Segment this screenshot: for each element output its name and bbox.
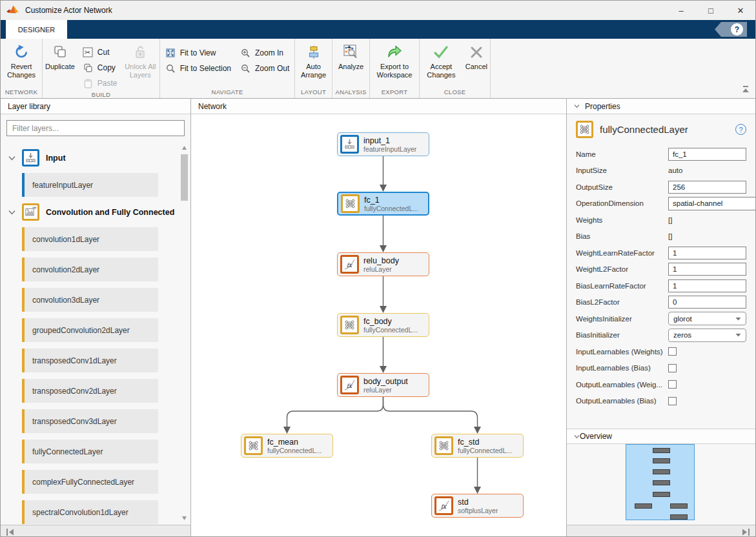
- library-item-transposedconv2dlayer[interactable]: transposedConv2dLayer: [22, 379, 158, 403]
- collapse-left-panel-button[interactable]: [6, 527, 15, 537]
- zoom-in-button[interactable]: Zoom In: [240, 45, 289, 61]
- export-to-workspace-button[interactable]: Export to Workspace: [370, 42, 419, 88]
- biaslearnratefactor-input[interactable]: [668, 279, 746, 292]
- copy-button[interactable]: Copy: [83, 60, 117, 76]
- properties-header[interactable]: Properties: [567, 99, 755, 114]
- maximize-button[interactable]: □: [696, 1, 726, 20]
- overview-minimap-viewport[interactable]: [626, 444, 695, 520]
- close-button[interactable]: ✕: [726, 1, 755, 20]
- inputlearnables-bias-checkbox[interactable]: [668, 364, 677, 372]
- zoom-in-icon: [240, 48, 251, 59]
- layer-node-fc-std[interactable]: fc_stdfullyConnectedL...: [431, 434, 524, 458]
- network-canvas[interactable]: input_1featureInputLayerfc_1fullyConnect…: [191, 114, 566, 537]
- property-label: WeightLearnRateFactor: [576, 249, 668, 257]
- accept-changes-button[interactable]: Accept Changes: [420, 42, 463, 88]
- duplicate-button[interactable]: Duplicate: [43, 42, 77, 91]
- layer-node-input-1[interactable]: input_1featureInputLayer: [337, 132, 429, 156]
- library-item-convolution3dlayer[interactable]: convolution3dLayer: [22, 288, 158, 312]
- analyze-button[interactable]: Analyze: [336, 42, 366, 88]
- auto-arrange-button[interactable]: Auto Arrange: [295, 42, 332, 88]
- outputlearnables-bias-checkbox[interactable]: [668, 397, 677, 405]
- library-item-convolution2dlayer[interactable]: convolution2dLayer: [22, 258, 158, 281]
- group-label-analysis: ANALYSIS: [332, 88, 369, 98]
- paste-label: Paste: [97, 79, 117, 88]
- tab-designer[interactable]: DESIGNER: [6, 20, 67, 39]
- minimize-button[interactable]: –: [666, 1, 696, 20]
- svg-text:fx: fx: [347, 383, 352, 389]
- library-item-spectralconvolution1dlayer[interactable]: spectralConvolution1dLayer: [22, 500, 158, 524]
- paste-button[interactable]: Paste: [83, 76, 117, 91]
- filter-layers-input[interactable]: [6, 120, 185, 136]
- zoom-out-icon: [240, 63, 251, 74]
- outputlearnables-weig-checkbox[interactable]: [668, 380, 677, 389]
- group-label-navigate: NAVIGATE: [160, 88, 294, 98]
- weightsinitializer-select[interactable]: glorot: [668, 312, 746, 325]
- overview-node-marker: [670, 514, 688, 520]
- operationdimension-input[interactable]: [668, 197, 755, 210]
- fully-connected-icon: [341, 194, 360, 213]
- property-row-operationdimension: OperationDimension: [576, 196, 746, 212]
- library-scrollbar[interactable]: [180, 144, 189, 522]
- zoom-out-button[interactable]: Zoom Out: [240, 61, 289, 76]
- chevron-down-icon: [8, 210, 17, 215]
- property-row-biasinitializer: BiasInitializerzeros: [576, 327, 746, 344]
- layer-group-input[interactable]: Input: [8, 149, 190, 167]
- weightl2factor-input[interactable]: [668, 263, 746, 276]
- layer-node-body-output[interactable]: fxbody_outputreluLayer: [337, 373, 429, 397]
- layer-node-fc-body[interactable]: fc_bodyfullyConnectedL...: [337, 313, 429, 337]
- layer-help-button[interactable]: ?: [735, 124, 746, 135]
- overview-node-marker: [653, 448, 670, 453]
- library-item-fullyconnectedlayer[interactable]: fullyConnectedLayer: [22, 440, 158, 463]
- scrollbar-thumb[interactable]: [181, 154, 188, 201]
- selected-option: glorot: [673, 315, 735, 323]
- biasinitializer-select[interactable]: zeros: [668, 329, 746, 342]
- layer-group-convolution-and-fully-connected[interactable]: Convolution and Fully Connected: [8, 203, 190, 221]
- property-label: Name: [576, 150, 668, 158]
- library-item-convolution1dlayer[interactable]: convolution1dLayer: [22, 227, 158, 251]
- collapse-ribbon-button[interactable]: [741, 85, 750, 96]
- layer-node-std[interactable]: fxstdsoftplusLayer: [431, 494, 524, 518]
- help-icon: ?: [731, 23, 743, 35]
- scroll-down-icon[interactable]: [180, 514, 189, 522]
- overview-node-marker: [653, 469, 670, 474]
- library-item-transposedconv1dlayer[interactable]: transposedConv1dLayer: [22, 349, 158, 372]
- library-bottom-strip: [1, 525, 190, 537]
- help-button[interactable]: ?: [715, 22, 747, 37]
- node-type: fullyConnectedL...: [363, 326, 418, 334]
- name-input[interactable]: [668, 148, 746, 161]
- main-area: Layer library InputfeatureInputLayerConv…: [1, 99, 755, 537]
- layer-node-fc-1[interactable]: fc_1fullyConnectedL...: [337, 192, 429, 216]
- zoom-out-label: Zoom Out: [255, 64, 289, 73]
- library-item-transposedconv3dlayer[interactable]: transposedConv3dLayer: [22, 409, 158, 433]
- layer-node-fc-mean[interactable]: fc_meanfullyConnectedL...: [241, 434, 333, 458]
- fit-to-selection-button[interactable]: Fit to Selection: [165, 61, 231, 76]
- unlock-all-layers-button[interactable]: Unlock All Layers: [121, 42, 159, 91]
- library-item-groupedconvolution2dlayer[interactable]: groupedConvolution2dLayer: [22, 318, 158, 342]
- library-item-featureinputlayer[interactable]: featureInputLayer: [22, 173, 158, 197]
- properties-body: fullyConnectedLayer ? NameInputSizeautoO…: [567, 114, 755, 429]
- cut-button[interactable]: ✂ Cut: [83, 45, 117, 60]
- cancel-button[interactable]: Cancel: [463, 42, 490, 88]
- scroll-up-icon[interactable]: [180, 144, 189, 152]
- revert-icon: [13, 43, 30, 61]
- layer-node-relu-body[interactable]: fxrelu_bodyreluLayer: [337, 252, 429, 276]
- outputsize-input[interactable]: [668, 181, 746, 194]
- fx-function-icon: fx: [340, 376, 359, 394]
- fit-to-view-button[interactable]: Fit to View: [165, 45, 231, 61]
- collapse-right-panel-button[interactable]: [741, 527, 750, 537]
- property-label: WeightL2Factor: [576, 265, 668, 273]
- group-label-close: CLOSE: [420, 88, 490, 98]
- library-item-complexfullyconnectedlayer[interactable]: complexFullyConnectedLayer: [22, 470, 158, 494]
- layer-group-name: Input: [46, 154, 66, 163]
- accept-changes-label: Accept Changes: [422, 63, 460, 79]
- revert-changes-button[interactable]: Revert Changes: [1, 42, 42, 88]
- inputlearnables-weights-checkbox[interactable]: [668, 347, 677, 356]
- property-row-outputlearnables-bias: OutputLearnables (Bias): [576, 393, 746, 410]
- overview-header[interactable]: Overview: [567, 429, 755, 444]
- overview-node-marker: [653, 492, 670, 497]
- weightlearnratefactor-input[interactable]: [668, 247, 746, 259]
- selected-option: zeros: [673, 331, 735, 339]
- biasl2factor-input[interactable]: [668, 296, 746, 309]
- duplicate-icon: [51, 43, 68, 61]
- input-group-icon: [22, 149, 39, 167]
